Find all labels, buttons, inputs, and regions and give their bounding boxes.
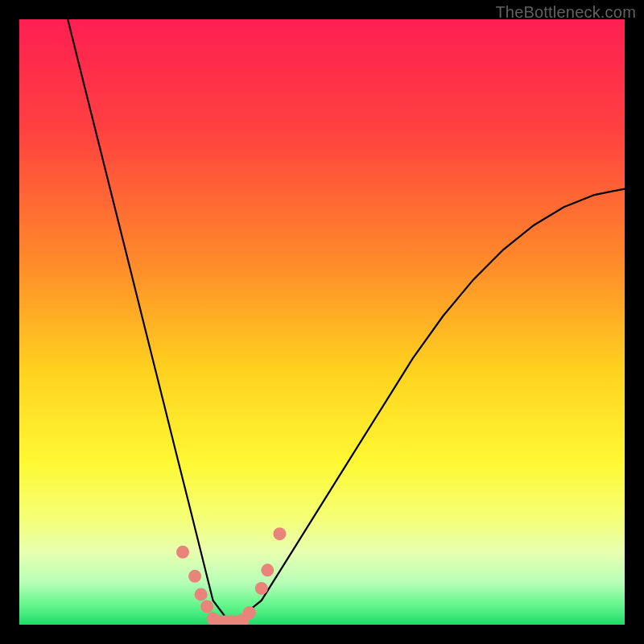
watermark-text: TheBottleneck.com [495,3,636,22]
marker-dot [188,570,201,583]
bottleneck-chart [19,19,625,625]
marker-dot [176,546,189,559]
gradient-background [19,19,625,625]
chart-frame [19,19,625,625]
marker-dot [261,564,274,576]
marker-dot [255,582,268,595]
marker-dot [200,600,213,613]
marker-dot [273,527,286,540]
marker-dot [243,606,256,619]
marker-dot [195,588,208,601]
